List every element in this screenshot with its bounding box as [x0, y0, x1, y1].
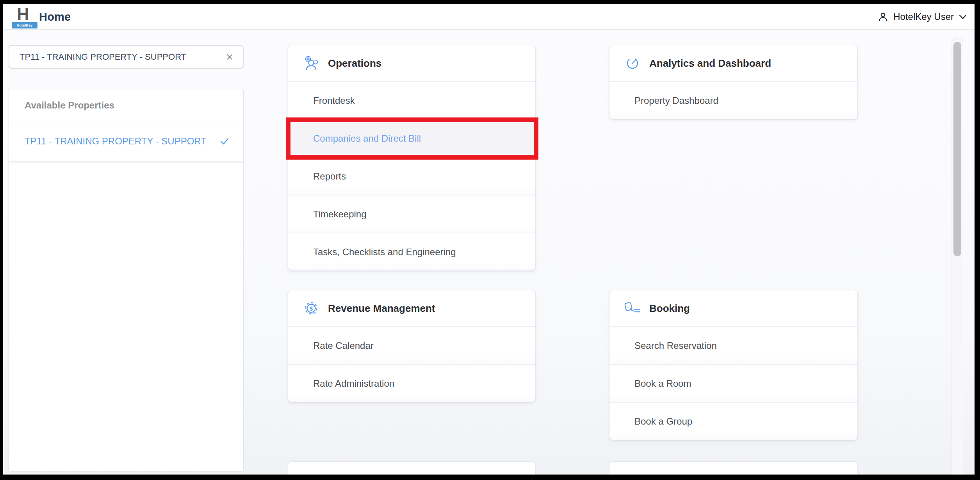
menu-item-timekeeping[interactable]: Timekeeping [288, 195, 535, 233]
menu-item-companies-and-direct-bill[interactable]: Companies and Direct Bill [288, 119, 535, 157]
property-search [9, 45, 244, 69]
logo-caption: HotelKey [12, 22, 37, 28]
available-properties-panel: Available Properties TP11 - TRAINING PRO… [9, 89, 244, 471]
scrollbar-thumb[interactable] [953, 42, 961, 256]
menu-item-book-a-room[interactable]: Book a Room [609, 364, 857, 402]
app-window: H HotelKey Home HotelKey User [3, 4, 975, 475]
top-bar: H HotelKey Home HotelKey User [3, 4, 975, 30]
property-item-label: TP11 - TRAINING PROPERTY - SUPPORT [25, 136, 220, 147]
user-icon [878, 12, 888, 22]
operations-card: Operations Frontdesk Companies and Direc… [288, 45, 536, 271]
chevron-down-icon [959, 14, 967, 20]
revenue-card-header: $ Revenue Management [288, 290, 535, 326]
menu-item-book-a-group[interactable]: Book a Group [609, 402, 857, 440]
property-list-empty-area [9, 162, 243, 471]
revenue-gear-dollar-icon: $ [302, 300, 320, 317]
operations-card-title: Operations [328, 57, 381, 69]
menu-item-property-dashboard[interactable]: Property Dashboard [609, 81, 857, 119]
page-title: Home [39, 4, 71, 30]
property-search-input[interactable] [20, 52, 224, 62]
user-name: HotelKey User [893, 11, 954, 22]
partial-card-right [609, 461, 858, 475]
menu-item-label: Timekeeping [313, 209, 367, 220]
menu-item-label: Reports [313, 171, 346, 182]
analytics-dashboard-card: Analytics and Dashboard Property Dashboa… [609, 45, 858, 119]
menu-item-label: Rate Calendar [313, 340, 374, 351]
menu-item-label: Book a Group [634, 416, 692, 427]
menu-item-label: Tasks, Checklists and Engineering [313, 247, 456, 258]
gauge-icon [624, 55, 641, 71]
operations-person-gears-icon [302, 55, 320, 72]
booking-card: Booking Search Reservation Book a Room B… [609, 290, 858, 440]
menu-item-label: Search Reservation [634, 340, 717, 351]
menu-item-label: Companies and Direct Bill [313, 133, 421, 144]
menu-item-frontdesk[interactable]: Frontdesk [288, 81, 535, 119]
booking-card-title: Booking [649, 302, 690, 315]
analytics-card-title: Analytics and Dashboard [649, 57, 771, 69]
menu-item-reports[interactable]: Reports [288, 157, 535, 195]
menu-item-rate-calendar[interactable]: Rate Calendar [288, 326, 535, 364]
menu-item-label: Rate Administration [313, 378, 394, 389]
scrollbar-track[interactable] [951, 37, 963, 475]
menu-item-label: Book a Room [634, 378, 691, 389]
tap-hand-icon [624, 300, 641, 316]
menu-item-tasks-checklists-engineering[interactable]: Tasks, Checklists and Engineering [288, 233, 535, 270]
partial-card-center [288, 461, 536, 475]
menu-item-search-reservation[interactable]: Search Reservation [609, 326, 857, 364]
user-menu[interactable]: HotelKey User [878, 4, 967, 30]
available-properties-title: Available Properties [9, 89, 243, 121]
menu-item-rate-administration[interactable]: Rate Administration [288, 364, 535, 402]
menu-item-label: Property Dashboard [634, 95, 718, 106]
operations-card-header: Operations [288, 45, 535, 81]
hotelkey-logo[interactable]: H HotelKey [12, 6, 39, 28]
property-item-tp11[interactable]: TP11 - TRAINING PROPERTY - SUPPORT [9, 121, 243, 162]
menu-item-label: Frontdesk [313, 95, 355, 106]
clear-search-icon[interactable] [224, 52, 235, 62]
booking-card-header: Booking [609, 290, 857, 326]
analytics-card-header: Analytics and Dashboard [609, 45, 857, 81]
revenue-card-title: Revenue Management [328, 302, 435, 315]
selected-check-icon [220, 137, 229, 145]
svg-text:$: $ [310, 305, 313, 312]
logo-letter: H [12, 6, 39, 22]
revenue-management-card: $ Revenue Management Rate Calendar Rate … [288, 290, 536, 402]
